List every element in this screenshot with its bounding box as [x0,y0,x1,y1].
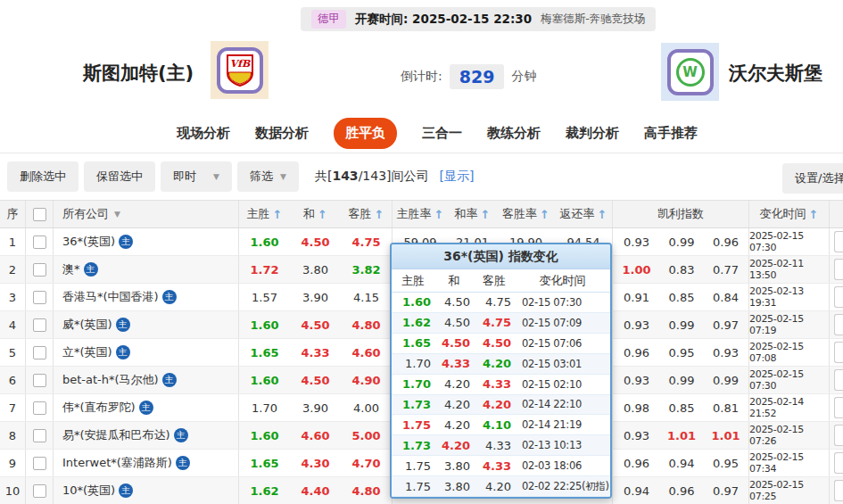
popup-away-odds: 4.20 [474,357,515,370]
tab-win-draw-lose[interactable]: 胜平负 [334,118,397,149]
filter-dropdown[interactable]: 筛选 ▼ [237,161,299,192]
countdown-label: 倒计时: [401,69,442,85]
col-company[interactable]: 所有公司 ▼ [54,201,239,227]
home-odds-cell[interactable]: 1.60 [239,311,290,338]
row-checkbox-cell [26,228,54,255]
row-checkbox[interactable] [33,401,46,415]
home-odds-cell[interactable]: 1.60 [239,228,290,255]
home-odds-cell[interactable]: 1.60 [239,367,290,393]
col-home-odds[interactable]: 主胜↑ [239,201,290,227]
company-cell[interactable]: 10*(英国)主 [54,477,239,504]
row-checkbox[interactable] [33,374,46,387]
away-odds-cell[interactable]: 4.90 [341,367,393,393]
col-home-rate[interactable]: 主胜率↑ [393,201,448,227]
home-odds-cell[interactable]: 1.70 [239,394,290,421]
draw-odds-cell[interactable]: 4.40 [290,477,341,504]
home-odds-cell[interactable]: 1.62 [239,477,290,504]
draw-odds-cell[interactable]: 4.60 [290,422,341,449]
change-time-cell: 2025-02-15 07:30 [749,367,830,393]
row-checkbox[interactable] [33,484,46,498]
popup-col-draw: 和 [434,273,474,289]
row-checkbox[interactable] [33,235,46,249]
trend-button[interactable] [834,452,843,474]
row-checkbox[interactable] [33,346,46,359]
popup-home-odds: 1.75 [392,418,434,432]
col-away-rate[interactable]: 客胜率↑ [497,201,555,227]
trend-button[interactable] [834,342,843,363]
row-checkbox[interactable] [33,429,46,442]
away-odds-cell[interactable]: 4.75 [341,228,393,255]
tab-data-analysis[interactable]: 数据分析 [255,125,309,142]
row-checkbox[interactable] [33,291,46,304]
company-cell[interactable]: bet-at-h*(马尔他)主 [54,367,239,393]
trend-button[interactable] [834,314,843,335]
trend-button[interactable] [834,259,843,280]
trend-button[interactable] [834,369,843,391]
company-cell[interactable]: 威*(英国)主 [54,311,239,338]
company-cell[interactable]: 伟*(直布罗陀)主 [54,394,239,421]
popup-row: 1.704.334.2002-15 03:01 [392,354,610,375]
company-cell[interactable]: 36*(英国)主 [54,228,239,255]
away-odds-cell[interactable]: 4.80 [341,477,393,504]
row-seq: 1 [0,228,26,255]
tab-three-in-one[interactable]: 三合一 [422,125,462,142]
keep-selected-button[interactable]: 保留选中 [84,161,155,192]
col-away-odds[interactable]: 客胜↑ [341,201,393,227]
instant-odds-dropdown[interactable]: 即时 ▼ [161,161,232,192]
settings-select-button[interactable]: 设置/选择 [782,163,843,194]
away-odds-cell[interactable]: 3.82 [341,256,393,283]
col-return-rate[interactable]: 返还率↑ [555,201,613,227]
trend-button[interactable] [834,425,843,446]
draw-odds-cell[interactable]: 4.50 [290,311,341,338]
company-name: 威*(英国) [62,317,112,333]
company-cell[interactable]: 澳*主 [54,256,239,283]
draw-odds-cell[interactable]: 3.90 [290,284,341,310]
home-odds-cell[interactable]: 1.57 [239,284,290,310]
col-change-time[interactable]: 变化时间↑ [749,201,830,227]
draw-odds-cell[interactable]: 4.33 [290,339,341,366]
select-all-checkbox[interactable] [33,208,46,221]
trend-button[interactable] [834,480,843,501]
row-checkbox[interactable] [33,457,46,470]
col-draw-rate[interactable]: 和率↑ [448,201,497,227]
tab-coach-analysis[interactable]: 教练分析 [487,125,541,142]
col-draw-odds[interactable]: 和↑ [290,201,341,227]
company-cell[interactable]: 香港马*(中国香港)主 [54,284,239,310]
row-checkbox[interactable] [33,263,46,277]
away-odds-cell[interactable]: 4.00 [341,394,393,421]
away-odds-cell[interactable]: 4.70 [341,450,393,476]
row-checkbox[interactable] [33,318,46,332]
draw-odds-cell[interactable]: 4.50 [290,367,341,393]
company-cell[interactable]: 易*(安提瓜和巴布达)主 [54,422,239,449]
draw-odds-cell[interactable]: 4.50 [290,228,341,255]
kelly-cell: 0.94 [660,450,703,476]
away-odds-cell[interactable]: 4.60 [341,339,393,366]
home-odds-cell[interactable]: 1.72 [239,256,290,283]
away-odds-cell[interactable]: 5.00 [341,422,393,449]
show-link[interactable]: [显示] [440,169,475,185]
draw-odds-cell[interactable]: 3.80 [290,256,341,283]
popup-change-time: 02-15 02:10 [515,378,610,391]
odds-history-popup: 36*(英国) 指数变化 主胜 和 客胜 变化时间 1.604.504.7502… [390,243,612,499]
kelly-cell: 0.77 [703,256,749,283]
away-odds-cell[interactable]: 4.80 [341,311,393,338]
sort-up-icon: ↑ [375,208,384,221]
trend-button-cell [830,284,843,310]
draw-odds-cell[interactable]: 3.90 [290,394,341,421]
tab-expert-recommend[interactable]: 高手推荐 [644,125,698,142]
company-cell[interactable]: Interwet*(塞浦路斯)主 [54,450,239,476]
delete-selected-button[interactable]: 删除选中 [7,161,79,192]
home-odds-cell[interactable]: 1.65 [239,450,290,476]
trend-button[interactable] [834,397,843,418]
away-odds-cell[interactable]: 4.15 [341,284,393,310]
company-cell[interactable]: 立*(英国)主 [54,339,239,366]
kelly-cell: 0.96 [613,450,660,476]
trend-button[interactable] [834,231,843,252]
tab-live-analysis[interactable]: 现场分析 [177,125,230,142]
trend-button[interactable] [834,286,843,308]
draw-odds-cell[interactable]: 4.30 [290,450,341,476]
tab-referee-analysis[interactable]: 裁判分析 [566,125,619,142]
home-odds-cell[interactable]: 1.65 [239,339,290,366]
popup-header: 主胜 和 客胜 变化时间 [392,269,610,293]
home-odds-cell[interactable]: 1.60 [239,422,290,449]
